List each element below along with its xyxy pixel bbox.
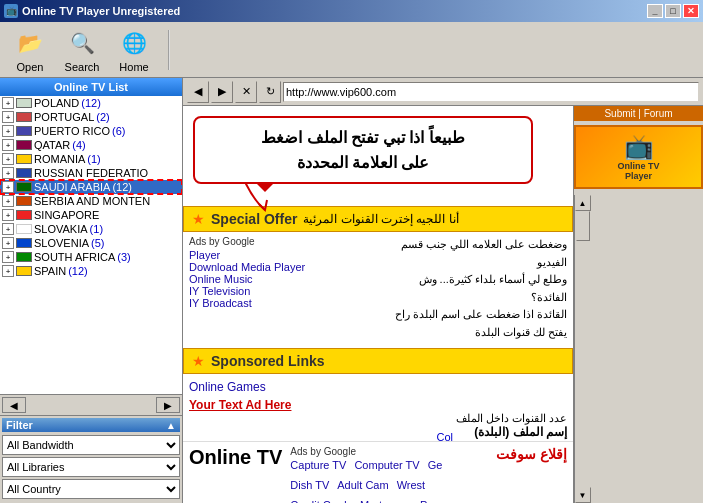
ad-ge[interactable]: Ge <box>428 459 443 471</box>
open-button[interactable]: 📂 Open <box>8 27 52 73</box>
stop-button[interactable]: ✕ <box>235 81 257 103</box>
expand-icon[interactable]: + <box>2 167 14 179</box>
nav-right-button[interactable]: ▶ <box>156 397 180 413</box>
ad-link-tv-broadcast[interactable]: IY Broadcast <box>189 297 373 309</box>
ad-mortgages[interactable]: Mortgages <box>360 499 412 503</box>
expand-icon[interactable]: + <box>2 223 14 235</box>
special-offer-bar: ★ Special Offer أنا اللجيه إخترت القنوات… <box>183 206 573 232</box>
expand-icon[interactable]: + <box>2 181 14 193</box>
list-item[interactable]: + SLOVENIA (5) <box>0 236 182 250</box>
expand-icon[interactable]: + <box>2 209 14 221</box>
search-icon: 🔍 <box>66 27 98 59</box>
expand-icon[interactable]: + <box>2 237 14 249</box>
window-controls[interactable]: _ □ ✕ <box>647 4 699 18</box>
address-bar[interactable] <box>283 82 699 102</box>
special-offer-arabic: أنا اللجيه إخترت القنوات المرئية <box>303 212 458 226</box>
submit-forum-text[interactable]: Submit | Forum <box>604 108 672 119</box>
callout-arrow-icon <box>245 182 275 212</box>
ads-by-google-label: Ads by Google <box>189 236 373 247</box>
back-button[interactable]: ◀ <box>187 81 209 103</box>
list-item-saudi-arabia[interactable]: + SAUDI ARABIA (12) <box>0 180 182 194</box>
ad-dish-tv[interactable]: Dish TV <box>290 479 329 491</box>
bottom-ad-links: Capture TV Computer TV Ge Dish TV Adult … <box>290 459 488 503</box>
ad-link-player[interactable]: Player <box>189 249 373 261</box>
expand-icon[interactable]: + <box>2 139 14 151</box>
list-item[interactable]: + QATAR (4) <box>0 138 182 152</box>
refresh-button[interactable]: ↻ <box>259 81 281 103</box>
list-item[interactable]: + SLOVAKIA (1) <box>0 222 182 236</box>
ad-wrest[interactable]: Wrest <box>397 479 426 491</box>
filter-title: Filter <box>6 419 33 431</box>
list-item[interactable]: + SOUTH AFRICA (3) <box>0 250 182 264</box>
country-count: (2) <box>96 111 109 123</box>
search-button[interactable]: 🔍 Search <box>60 27 104 73</box>
your-text-ad[interactable]: Your Text Ad Here <box>189 398 567 412</box>
ad-link-tv-television[interactable]: IY Television <box>189 285 373 297</box>
country-select[interactable]: All Country <box>2 479 180 499</box>
country-name: SINGAPORE <box>34 209 99 221</box>
ad-computer-tv[interactable]: Computer TV <box>354 459 419 471</box>
ads-section: Ads by Google Player Download Media Play… <box>183 236 573 342</box>
home-button[interactable]: 🌐 Home <box>112 27 156 73</box>
scroll-up-button[interactable]: ▲ <box>575 195 591 211</box>
expand-icon[interactable]: + <box>2 195 14 207</box>
country-name: SPAIN <box>34 265 66 277</box>
ad-person[interactable]: Person <box>420 499 455 503</box>
sidebar-nav-bottom: ◀ ▶ <box>0 394 182 415</box>
scroll-track[interactable] <box>575 211 591 487</box>
online-tv-title: Online TV <box>189 446 282 503</box>
ad-link-download[interactable]: Download Media Player <box>189 261 373 273</box>
sidebar: Online TV List + POLAND (12) + PORTUGAL … <box>0 78 183 503</box>
tooltip-callout: طبيعاً اذا تبي تفتح الملف اضغط على العلا… <box>193 116 533 184</box>
forward-button[interactable]: ▶ <box>211 81 233 103</box>
expand-icon[interactable]: + <box>2 251 14 263</box>
bandwidth-select[interactable]: All Bandwidth <box>2 435 180 455</box>
filter-section: Filter ▲ All Bandwidth All Libraries All… <box>0 415 182 503</box>
ads-by-google2-label: Ads by Google <box>290 446 488 457</box>
sponsored-content: Online Games <box>183 378 573 396</box>
online-games-link[interactable]: Online Games <box>189 380 266 394</box>
flag-icon <box>16 238 32 248</box>
list-item[interactable]: + RUSSIAN FEDERATIO <box>0 166 182 180</box>
expand-icon[interactable]: + <box>2 153 14 165</box>
libraries-select[interactable]: All Libraries <box>2 457 180 477</box>
list-item[interactable]: + POLAND (12) <box>0 96 182 110</box>
scroll-down-button[interactable]: ▼ <box>575 487 591 503</box>
minimize-button[interactable]: _ <box>647 4 663 18</box>
right-scrollbar[interactable]: ▲ ▼ <box>574 195 590 503</box>
ad-credit-cards[interactable]: Credit Cards <box>290 499 352 503</box>
close-button[interactable]: ✕ <box>683 4 699 18</box>
tooltip-line2: على العلامة المحددة <box>209 153 517 172</box>
ad-capture-tv[interactable]: Capture TV <box>290 459 346 471</box>
arabic-body: وضغطت على العلامه اللي جنب قسم الفيديو و… <box>383 236 567 342</box>
maximize-button[interactable]: □ <box>665 4 681 18</box>
app-icon: 📺 <box>4 4 18 18</box>
list-item[interactable]: + ROMANIA (1) <box>0 152 182 166</box>
country-list[interactable]: + POLAND (12) + PORTUGAL (2) + PUERTO RI… <box>0 96 182 394</box>
filter-collapse-icon[interactable]: ▲ <box>166 420 176 431</box>
list-item[interactable]: + SINGAPORE <box>0 208 182 222</box>
nav-left-button[interactable]: ◀ <box>2 397 26 413</box>
flag-icon <box>16 266 32 276</box>
list-item[interactable]: + PORTUGAL (2) <box>0 110 182 124</box>
search-label: Search <box>65 61 100 73</box>
sponsored-links-bar: ★ Sponsored Links <box>183 348 573 374</box>
list-item[interactable]: + PUERTO RICO (6) <box>0 124 182 138</box>
country-name: SERBIA AND MONTEN <box>34 195 150 207</box>
expand-icon[interactable]: + <box>2 111 14 123</box>
scroll-thumb[interactable] <box>576 211 590 241</box>
country-count: (1) <box>90 223 103 235</box>
expand-icon[interactable]: + <box>2 97 14 109</box>
star-icon: ★ <box>192 211 205 227</box>
ad-link-music[interactable]: Online Music <box>189 273 373 285</box>
list-item[interactable]: + SPAIN (12) <box>0 264 182 278</box>
web-content: طبيعاً اذا تبي تفتح الملف اضغط على العلا… <box>183 106 703 503</box>
country-name: POLAND <box>34 97 79 109</box>
list-item[interactable]: + SERBIA AND MONTEN <box>0 194 182 208</box>
country-name: PUERTO RICO <box>34 125 110 137</box>
expand-icon[interactable]: + <box>2 125 14 137</box>
country-count: (12) <box>68 265 88 277</box>
flag-icon <box>16 140 32 150</box>
ad-adult-cam[interactable]: Adult Cam <box>337 479 388 491</box>
expand-icon[interactable]: + <box>2 265 14 277</box>
